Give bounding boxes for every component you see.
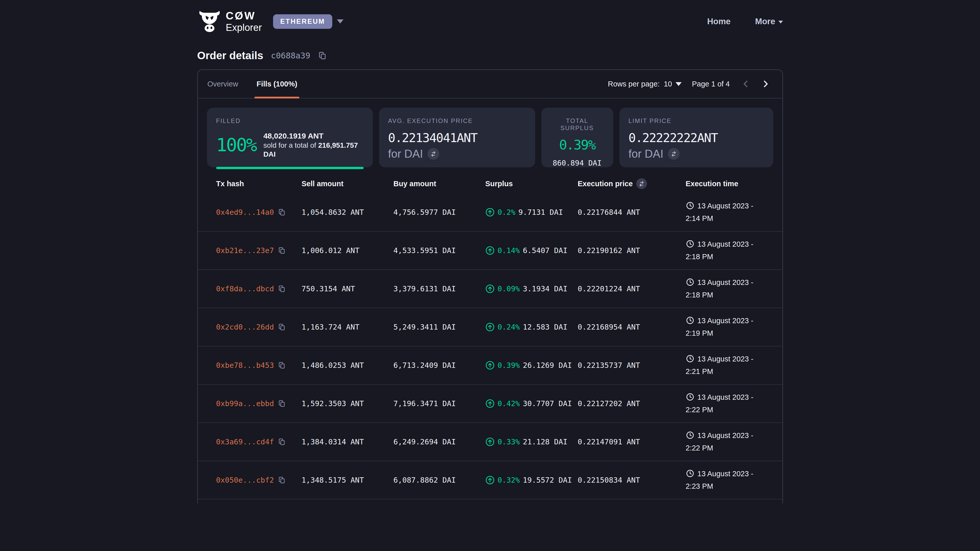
surplus-cell: 0.2% 9.7131 DAI bbox=[485, 208, 578, 217]
next-page-button[interactable] bbox=[760, 78, 771, 89]
execution-time-cell: 13 August 2023 - 2:22 PM bbox=[686, 430, 774, 454]
fill-progress-bar bbox=[216, 167, 364, 169]
surplus-amount: 6.5407 DAI bbox=[523, 246, 568, 255]
execution-price-cell: 0.22127202 ANT bbox=[578, 399, 686, 408]
arrow-up-circle-icon bbox=[485, 284, 495, 293]
table-row: 0xd1a2...a18e 1,380.996 ANT 6,235.7737 D… bbox=[198, 499, 783, 503]
cow-explorer-logo[interactable]: CØW Explorer bbox=[197, 11, 262, 32]
execution-time-text: 13 August 2023 - 2:14 PM bbox=[686, 202, 753, 223]
sell-amount-cell: 1,163.724 ANT bbox=[302, 323, 393, 331]
clock-icon bbox=[686, 469, 694, 481]
pagination-controls: Rows per page: 10 Page 1 of 4 bbox=[608, 78, 771, 89]
tx-hash-cell: 0x4ed9...14a0 bbox=[216, 208, 302, 217]
execution-price-cell: 0.22135737 ANT bbox=[578, 361, 686, 370]
arrow-up-circle-icon bbox=[485, 399, 495, 408]
copy-icon bbox=[278, 438, 286, 446]
execution-price-cell: 0.22168954 ANT bbox=[578, 323, 686, 331]
execution-time-text: 13 August 2023 - 2:23 PM bbox=[686, 470, 753, 491]
arrow-up-circle-icon bbox=[485, 361, 495, 370]
execution-price-cell: 0.22190162 ANT bbox=[578, 246, 686, 255]
rows-per-page: Rows per page: 10 bbox=[608, 80, 682, 88]
invert-price-button[interactable] bbox=[428, 148, 439, 160]
surplus-percent: 0.2% bbox=[498, 208, 515, 217]
arrow-up-circle-icon bbox=[485, 475, 495, 485]
arrow-up-circle-icon bbox=[485, 246, 495, 255]
previous-page-button[interactable] bbox=[740, 78, 751, 89]
copy-icon bbox=[278, 247, 286, 254]
col-header-execution-price: Execution price bbox=[578, 178, 686, 189]
copy-tx-hash-button[interactable] bbox=[278, 247, 286, 254]
nav-more-menu[interactable]: More bbox=[755, 17, 783, 26]
network-badge[interactable]: ETHEREUM bbox=[273, 14, 332, 29]
limit-price-label: LIMIT PRICE bbox=[628, 118, 764, 124]
tx-hash-link[interactable]: 0x4ed9...14a0 bbox=[216, 208, 274, 217]
tab-fills[interactable]: Fills (100%) bbox=[255, 70, 299, 98]
copy-tx-hash-button[interactable] bbox=[278, 362, 286, 369]
tx-hash-link[interactable]: 0x050e...cbf2 bbox=[216, 476, 274, 484]
surplus-cell: 0.39% 26.1269 DAI bbox=[485, 361, 578, 370]
sell-amount-cell: 1,006.012 ANT bbox=[302, 246, 393, 255]
surplus-percent: 0.33% bbox=[498, 437, 520, 446]
execution-time-text: 13 August 2023 - 2:19 PM bbox=[686, 317, 753, 338]
table-row: 0xb21e...23e7 1,006.012 ANT 4,533.5951 D… bbox=[198, 232, 783, 270]
cow-explorer-page: CØW Explorer ETHEREUM Home More Order de… bbox=[0, 0, 980, 551]
rows-per-page-select[interactable]: 10 bbox=[664, 80, 682, 88]
filled-total-line: sold for a total of 216,951.757 DAI bbox=[263, 141, 364, 159]
tx-hash-link[interactable]: 0xf8da...dbcd bbox=[216, 284, 274, 293]
clock-icon bbox=[686, 240, 694, 251]
execution-time-text: 13 August 2023 - 2:21 PM bbox=[686, 355, 753, 376]
surplus-percent: 0.09% bbox=[498, 284, 520, 293]
tx-hash-link[interactable]: 0xb99a...ebbd bbox=[216, 399, 274, 408]
execution-time-cell: 13 August 2023 - 2:19 PM bbox=[686, 315, 774, 339]
tx-hash-link[interactable]: 0x3a69...cd4f bbox=[216, 437, 274, 446]
arrow-up-circle-icon bbox=[485, 437, 495, 446]
surplus-cell: 0.33% 21.128 DAI bbox=[485, 437, 578, 446]
tx-hash-link[interactable]: 0x2cd0...26dd bbox=[216, 323, 274, 331]
copy-icon bbox=[278, 476, 286, 484]
execution-time-cell: 13 August 2023 - 2:22 PM bbox=[686, 392, 774, 416]
copy-icon bbox=[278, 208, 286, 216]
clock-icon bbox=[686, 201, 694, 213]
surplus-cell: 0.09% 3.1934 DAI bbox=[485, 284, 578, 293]
page-nav-buttons bbox=[740, 78, 771, 89]
total-surplus-amount: 860.894 DAI bbox=[550, 159, 604, 167]
surplus-percent: 0.42% bbox=[498, 399, 520, 408]
logo-text: CØW Explorer bbox=[226, 11, 262, 32]
clock-icon bbox=[686, 431, 694, 443]
invert-price-button[interactable] bbox=[668, 148, 679, 160]
copy-tx-hash-button[interactable] bbox=[278, 476, 286, 484]
sell-amount-cell: 1,486.0253 ANT bbox=[302, 361, 393, 370]
execution-time-cell: 13 August 2023 - 2:14 PM bbox=[686, 200, 774, 224]
tab-overview[interactable]: Overview bbox=[205, 70, 240, 98]
copy-order-id-button[interactable] bbox=[318, 51, 327, 60]
col-header-tx-hash: Tx hash bbox=[216, 179, 302, 188]
copy-tx-hash-button[interactable] bbox=[278, 208, 286, 216]
copy-tx-hash-button[interactable] bbox=[278, 285, 286, 292]
tx-hash-link[interactable]: 0xbe78...b453 bbox=[216, 361, 274, 370]
sell-amount-cell: 1,054.8632 ANT bbox=[302, 208, 393, 217]
table-row: 0x4ed9...14a0 1,054.8632 ANT 4,756.5977 … bbox=[198, 193, 783, 232]
page-indicator: Page 1 of 4 bbox=[692, 80, 730, 88]
page-title: Order details bbox=[197, 49, 263, 62]
copy-tx-hash-button[interactable] bbox=[278, 400, 286, 407]
nav-home-link[interactable]: Home bbox=[707, 17, 731, 26]
surplus-amount: 3.1934 DAI bbox=[523, 284, 568, 293]
copy-icon bbox=[278, 285, 286, 292]
execution-price-cell: 0.22150834 ANT bbox=[578, 476, 686, 484]
filled-percent: 100% bbox=[216, 134, 256, 156]
table-row: 0x2cd0...26dd 1,163.724 ANT 5,249.3411 D… bbox=[198, 308, 783, 346]
swap-arrows-icon bbox=[638, 180, 645, 187]
copy-tx-hash-button[interactable] bbox=[278, 323, 286, 331]
tab-bar: Overview Fills (100%) Rows per page: 10 … bbox=[198, 70, 783, 98]
surplus-percent: 0.39% bbox=[498, 361, 520, 370]
col-header-sell-amount: Sell amount bbox=[302, 179, 393, 188]
copy-tx-hash-button[interactable] bbox=[278, 438, 286, 446]
invert-price-column-button[interactable] bbox=[636, 178, 647, 189]
rows-per-page-value: 10 bbox=[664, 80, 672, 88]
surplus-cell: 0.24% 12.583 DAI bbox=[485, 322, 578, 332]
copy-icon bbox=[278, 400, 286, 407]
tx-hash-link[interactable]: 0xb21e...23e7 bbox=[216, 246, 274, 255]
execution-time-text: 13 August 2023 - 2:22 PM bbox=[686, 431, 753, 452]
execution-time-cell: 13 August 2023 - 2:23 PM bbox=[686, 468, 774, 492]
network-selector[interactable]: ETHEREUM bbox=[273, 14, 344, 29]
